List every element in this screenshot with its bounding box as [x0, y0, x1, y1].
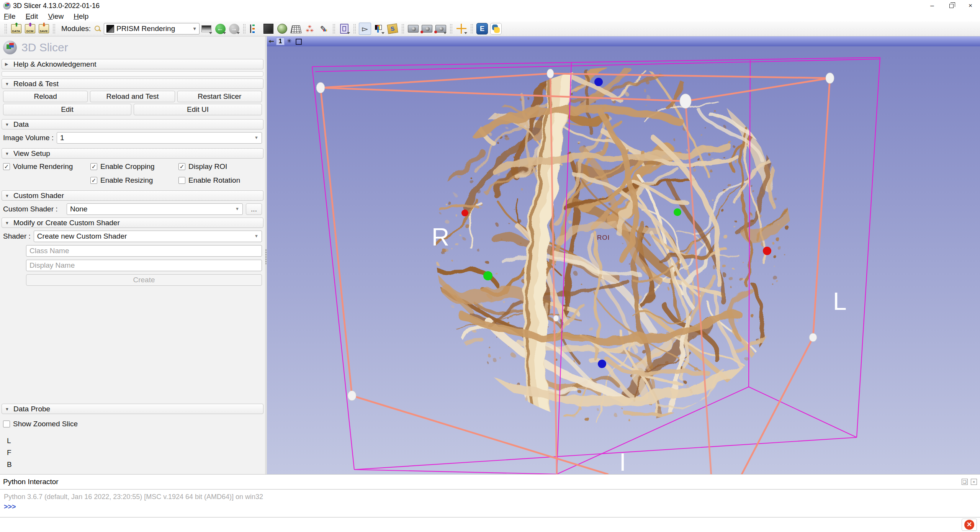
enable-cropping-checkbox[interactable]: ✓Enable Cropping	[90, 162, 178, 172]
image-volume-combobox[interactable]: 1	[57, 132, 262, 144]
threed-viewport[interactable]: 1	[267, 36, 980, 474]
show-zoomed-slice-checkbox[interactable]: ✓Show Zoomed Slice	[3, 419, 78, 429]
ruler-icon: S	[387, 23, 398, 34]
module-search-icon[interactable]	[94, 25, 101, 33]
help-content-collapsed	[2, 71, 263, 77]
status-bar: ✕	[0, 517, 980, 532]
scene-capture-options-button[interactable]	[435, 23, 447, 35]
module-history-button[interactable]	[200, 23, 213, 35]
toolbar-grip[interactable]	[401, 24, 404, 34]
python-prompt[interactable]: >>>	[4, 502, 976, 512]
slicer-logo-icon	[3, 41, 17, 54]
restore-button[interactable]	[942, 0, 961, 11]
probe-layer-f: F	[7, 447, 263, 458]
menu-help[interactable]: Help	[74, 12, 88, 21]
threed-scene[interactable]: R L I ROI	[267, 46, 980, 474]
toolbar-grip[interactable]	[470, 24, 473, 34]
volumes-module-button[interactable]	[262, 23, 275, 35]
mouse-interaction-button[interactable]: ▻	[359, 23, 371, 35]
models-module-button[interactable]	[276, 23, 288, 35]
python-console[interactable]: Python 3.6.7 (default, Jan 16 2022, 23:2…	[0, 489, 980, 517]
toolbar-grip[interactable]	[332, 24, 335, 34]
enable-resizing-checkbox[interactable]: ✓Enable Resizing	[90, 175, 178, 185]
create-shader-button[interactable]: Create	[26, 274, 262, 286]
section-label: View Setup	[13, 149, 50, 158]
reload-and-test-button[interactable]: Reload and Test	[90, 91, 175, 102]
custom-shader-combobox[interactable]: None	[67, 203, 243, 215]
module-back-button[interactable]: ←	[214, 23, 226, 35]
extensions-manager-button[interactable]: E	[476, 23, 488, 35]
annotation-pen-icon: ✎	[320, 24, 327, 33]
orientation-label-left: L	[833, 288, 847, 315]
screenshot-button[interactable]	[407, 23, 419, 35]
section-label: Reload & Test	[13, 80, 59, 88]
menu-file[interactable]: File	[4, 12, 16, 21]
restart-slicer-button[interactable]: Restart Slicer	[177, 91, 262, 102]
slicer-application-window: 3D Slicer 4.13.0-2022-01-16 – × File Edi…	[0, 0, 980, 532]
section-data[interactable]: ▼ Data	[2, 119, 263, 129]
shader-options-button[interactable]: ...	[246, 203, 262, 215]
pin-icon[interactable]	[268, 40, 274, 43]
section-help-acknowledgement[interactable]: ▶ Help & Acknowledgement	[2, 59, 263, 69]
python-console-button[interactable]	[490, 23, 502, 35]
error-log-button[interactable]: ✕	[962, 519, 977, 531]
edit-button[interactable]: Edit	[3, 104, 131, 115]
section-reload-test[interactable]: ▼ Reload & Test	[2, 79, 263, 89]
module-forward-button[interactable]: →	[228, 23, 240, 35]
scene-capture-button[interactable]	[421, 23, 433, 35]
load-data-button[interactable]: ⬆DATA	[10, 23, 22, 35]
load-data-icon: ⬆DATA	[11, 24, 21, 33]
toolbar-grip[interactable]	[450, 24, 453, 34]
layout-selector-button[interactable]	[338, 23, 350, 35]
menu-edit[interactable]: Edit	[26, 12, 38, 21]
display-roi-checkbox[interactable]: ✓Display ROI	[178, 162, 262, 172]
main-toolbar: ⬆DATA ⬍DCM ⬇SAVE Modules: PRISM Renderin…	[0, 21, 980, 36]
section-data-probe[interactable]: ▼ Data Probe	[2, 404, 263, 414]
section-custom-shader[interactable]: ▼ Custom Shader	[2, 190, 263, 201]
module-selector-combobox[interactable]: PRISM Rendering ▼	[104, 23, 200, 34]
section-modify-shader[interactable]: ▼ Modify or Create Custom Shader	[2, 218, 263, 228]
toolbar-grip[interactable]	[243, 24, 246, 34]
float-dock-icon[interactable]: ❏	[962, 479, 968, 485]
edit-ui-button[interactable]: Edit UI	[134, 104, 262, 115]
section-view-setup[interactable]: ▼ View Setup	[2, 148, 263, 159]
view-options-icon[interactable]	[287, 38, 293, 44]
transforms-module-button[interactable]	[290, 23, 302, 35]
menu-view[interactable]: View	[48, 12, 64, 21]
toolbar-grip[interactable]	[353, 24, 356, 34]
orientation-label-inferior: I	[619, 449, 626, 474]
crosshair-button[interactable]	[455, 23, 468, 35]
subject-hierarchy-icon	[250, 24, 259, 34]
python-interactor-dock: Python Interactor ❏ × Python 3.6.7 (defa…	[0, 474, 980, 532]
camera-marker-icon	[435, 25, 446, 33]
subject-hierarchy-button[interactable]	[249, 23, 261, 35]
maximize-view-icon[interactable]	[295, 38, 301, 44]
class-name-input[interactable]	[26, 245, 262, 257]
minimize-button[interactable]: –	[923, 0, 942, 11]
python-interactor-title: Python Interactor	[3, 478, 59, 486]
toolbar-grip[interactable]	[52, 24, 56, 34]
measurements-button[interactable]: S	[386, 23, 399, 35]
colors-module-button[interactable]	[373, 23, 385, 35]
blue-handle	[598, 360, 606, 368]
annotations-module-button[interactable]: ✎	[317, 23, 330, 35]
image-volume-label: Image Volume :	[3, 134, 54, 142]
display-name-input[interactable]	[26, 260, 262, 271]
volume-cube-icon	[263, 24, 273, 34]
toolbar-grip[interactable]	[4, 24, 7, 34]
slicer-app-icon	[3, 2, 11, 10]
view-controller-bar[interactable]: 1	[267, 36, 980, 46]
enable-rotation-checkbox[interactable]: ✓Enable Rotation	[178, 175, 262, 185]
load-dicom-button[interactable]: ⬍DCM	[24, 23, 36, 35]
markups-module-button[interactable]: ✳✳✳	[304, 23, 316, 35]
orientation-label-right: R	[432, 223, 449, 251]
cursor-arrow-icon: ▻	[362, 24, 368, 33]
volume-rendering-checkbox[interactable]: ✓Volume Rendering	[3, 162, 90, 172]
reload-button[interactable]: Reload	[3, 91, 88, 102]
section-label: Data Probe	[13, 405, 50, 413]
save-button[interactable]: ⬇SAVE	[38, 23, 50, 35]
close-dock-icon[interactable]: ×	[971, 479, 977, 485]
close-button[interactable]: ×	[961, 0, 980, 11]
shader-combobox[interactable]: Create new Custom Shader	[34, 231, 262, 242]
save-icon: ⬇SAVE	[39, 24, 49, 33]
